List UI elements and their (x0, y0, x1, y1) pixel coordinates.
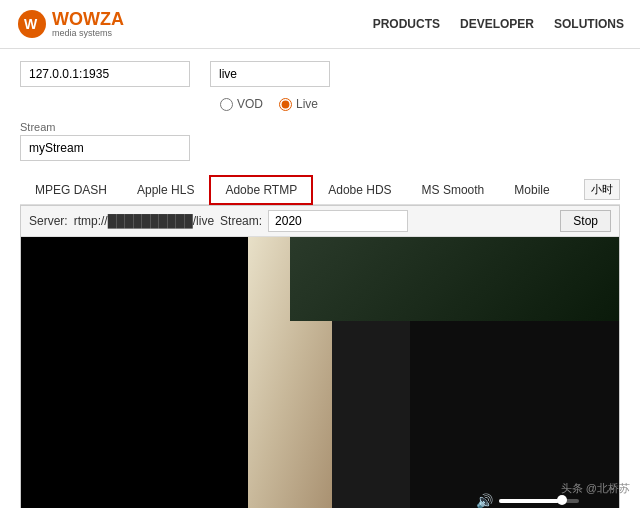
stream-input[interactable] (20, 135, 190, 161)
server-value: rtmp://██████████/live (74, 214, 214, 228)
player-container: Server: rtmp://██████████/live Stream: S… (20, 205, 620, 508)
svg-text:W: W (24, 16, 38, 32)
host-input[interactable] (20, 61, 190, 87)
watermark: 头条 @北桥苏 (561, 481, 630, 496)
live-radio-label[interactable]: Live (279, 97, 318, 111)
tab-mobile[interactable]: Mobile (499, 176, 564, 204)
volume-knob (557, 495, 567, 505)
player-toolbar: Server: rtmp://██████████/live Stream: S… (21, 206, 619, 237)
tab-extra-actions: 小时 (584, 179, 620, 200)
stream-label: Stream (20, 121, 190, 133)
server-label: Server: (29, 214, 68, 228)
logo-wowza: WOWZA (52, 10, 124, 28)
player-info: Server: rtmp://██████████/live Stream: (29, 210, 552, 232)
volume-fill (499, 499, 559, 503)
app-input[interactable] (210, 61, 330, 87)
video-top-section (290, 237, 619, 321)
tab-apple-hls[interactable]: Apple HLS (122, 176, 209, 204)
vod-radio[interactable] (220, 98, 233, 111)
stream-value-input[interactable] (268, 210, 408, 232)
tab-mpeg-dash[interactable]: MPEG DASH (20, 176, 122, 204)
main-content: VOD Live Stream MPEG DASH Apple HLS Adob… (0, 49, 640, 508)
host-app-row (20, 61, 620, 87)
logo-area: W WOWZA media systems (16, 8, 124, 40)
nav-solutions[interactable]: SOLUTIONS (554, 17, 624, 31)
stream-group: Stream (20, 121, 190, 161)
vod-label-text: VOD (237, 97, 263, 111)
vod-radio-label[interactable]: VOD (220, 97, 263, 111)
wowza-logo-icon: W (16, 8, 48, 40)
logo-text: WOWZA media systems (52, 10, 124, 39)
nav-links: PRODUCTS DEVELOPER SOLUTIONS (373, 17, 624, 31)
video-area: 🔊 (21, 237, 619, 508)
tabs-bar: MPEG DASH Apple HLS Adobe RTMP Adobe HDS… (20, 175, 620, 205)
live-label-text: Live (296, 97, 318, 111)
stream-row: Stream (20, 121, 620, 161)
volume-bar[interactable] (499, 499, 579, 503)
stream-label-player: Stream: (220, 214, 262, 228)
tab-adobe-hds[interactable]: Adobe HDS (313, 176, 406, 204)
logo-sub: media systems (52, 28, 124, 39)
tab-ms-smooth[interactable]: MS Smooth (407, 176, 500, 204)
tab-adobe-rtmp[interactable]: Adobe RTMP (209, 175, 313, 205)
video-content: 🔊 (21, 237, 619, 508)
nav-products[interactable]: PRODUCTS (373, 17, 440, 31)
live-radio[interactable] (279, 98, 292, 111)
tab-extra-button[interactable]: 小时 (584, 179, 620, 200)
nav-developer[interactable]: DEVELOPER (460, 17, 534, 31)
volume-icon: 🔊 (476, 493, 493, 508)
stop-button[interactable]: Stop (560, 210, 611, 232)
vod-live-row: VOD Live (220, 97, 620, 111)
header: W WOWZA media systems PRODUCTS DEVELOPER… (0, 0, 640, 49)
